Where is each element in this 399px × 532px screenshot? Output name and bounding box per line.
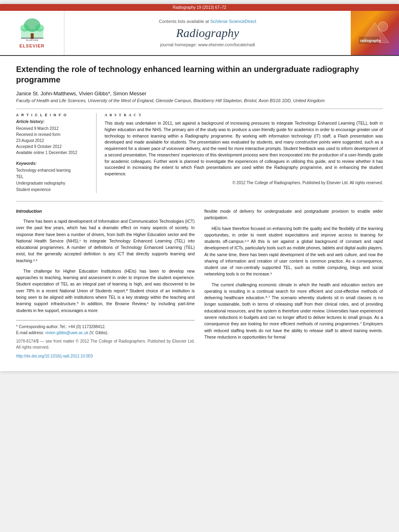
article-content: Extending the role of technology enhance… [0,56,399,371]
revised-label: Received in revised form [16,131,90,138]
abstract-text: This study was undertaken in 2011, set a… [105,120,383,177]
article-info-title: A R T I C L E I N F O [16,113,90,117]
elsevier-logo: ELSEVIER ELSEVIER [16,18,48,48]
email-line: E-mail address: vivien.gibbs@uwe.ac.uk (… [16,330,195,336]
email-link[interactable]: vivien.gibbs@uwe.ac.uk [45,331,88,335]
page: Radiography 19 (2013) 67–72 ELSEVIER ELS… [0,4,399,371]
doi-line: http://dx.doi.org/10.1016/j.radi.2012.10… [16,353,195,359]
article-info-box: A R T I C L E I N F O Article history: R… [16,113,97,193]
journal-info-center: Contents lists available at SciVerse Sci… [64,11,351,55]
email-label: E-mail address: [16,331,44,335]
right-para-2: HEIs have therefore focused on enhancing… [204,225,383,277]
elsevier-tree-icon: ELSEVIER [16,18,48,42]
available-date: Available online 1 December 2012 [16,150,90,156]
article-title: Extending the role of technology enhance… [16,64,383,85]
svg-text:ELSEVIER: ELSEVIER [26,39,38,41]
keyword-1: Technology enhanced learning [16,167,90,174]
author-names: Janice St. John-Matthews, Vivien Gibbs*,… [16,90,146,97]
radiography-badge-area: radiography [351,11,399,55]
received-date: Received 9 March 2012 [16,125,90,131]
journal-citation-banner: Radiography 19 (2013) 67–72 [0,4,399,11]
elsevier-brand-text: ELSEVIER [19,43,44,48]
introduction-heading: Introduction [16,208,195,215]
info-abstract-section: A R T I C L E I N F O Article history: R… [16,109,383,193]
sciverse-link[interactable]: SciVerse ScienceDirect [210,19,256,24]
issn-text: 1078-8174/$ — see front matter © 2012 Th… [16,339,195,350]
left-column: Introduction There has been a rapid deve… [16,208,195,359]
sciverse-line: Contents lists available at SciVerse Sci… [159,19,256,24]
journal-header: ELSEVIER ELSEVIER Contents lists availab… [0,11,399,56]
revised-date: 23 August 2012 [16,138,90,144]
section-divider [16,201,383,201]
right-column: flexible mode of delivery for undergradu… [204,208,383,359]
intro-para-1: There has been a rapid development of In… [16,218,195,264]
svg-point-9 [378,22,388,31]
issn-line: 1078-8174/$ — see front matter © 2012 Th… [16,338,195,351]
accepted-date: Accepted 9 October 2012 [16,144,90,150]
keyword-2: TEL [16,174,90,180]
abstract-title: A B S T R A C T [105,113,383,117]
affiliation: Faculty of Health and Life Sciences, Uni… [16,98,383,103]
right-para-1: flexible mode of delivery for undergradu… [204,208,383,221]
journal-title: Radiography [176,26,239,40]
svg-point-3 [35,25,44,32]
svg-text:radiography: radiography [360,39,381,43]
corresponding-author: * Corresponding author. Tel.: +44 (0) 11… [16,324,195,330]
badge-graphic-icon: radiography [357,18,393,47]
email-suffix: (V. Gibbs). [89,331,108,335]
radiography-badge: radiography [357,18,393,47]
footnote-area: * Corresponding author. Tel.: +44 (0) 11… [16,320,195,336]
history-label: Article history: [16,119,90,124]
keywords-section: Keywords: Technology enhanced learning T… [16,161,90,193]
right-para-3: The current challenging economic climate… [204,281,383,340]
body-columns: Introduction There has been a rapid deve… [16,208,383,359]
abstract-section: A B S T R A C T This study was undertake… [105,113,383,193]
authors-line: Janice St. John-Matthews, Vivien Gibbs*,… [16,90,383,97]
elsevier-logo-area: ELSEVIER ELSEVIER [0,11,64,55]
journal-url: journal homepage: www.elsevier.com/locat… [160,42,255,47]
intro-para-2: The challenge for Higher Education Insti… [16,268,195,314]
keywords-label: Keywords: [16,161,90,166]
svg-point-2 [20,25,29,32]
journal-citation: Radiography 19 (2013) 67–72 [173,5,226,10]
doi-link[interactable]: http://dx.doi.org/10.1016/j.radi.2012.10… [16,354,93,358]
keyword-3: Undergraduate radiography [16,180,90,187]
keyword-4: Student experience [16,187,90,193]
copyright-line: © 2012 The College of Radiographers. Pub… [105,181,383,185]
